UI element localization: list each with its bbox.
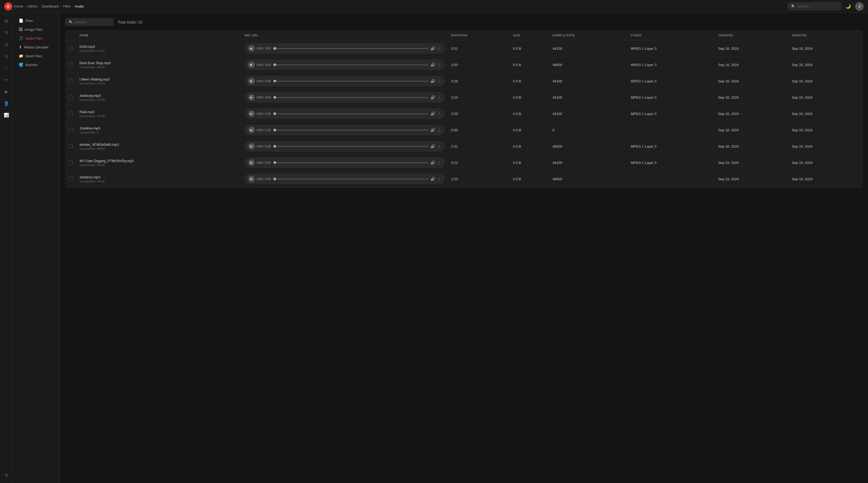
play-button-0[interactable]: ▶ [248, 45, 255, 52]
progress-bar-8[interactable] [273, 179, 428, 180]
volume-icon-4[interactable]: 🔊 [431, 111, 435, 116]
volume-icon-2[interactable]: 🔊 [431, 79, 435, 83]
breadcrumb-admin[interactable]: Admin [28, 4, 37, 8]
more-icon-8[interactable]: ⋮ [437, 177, 441, 181]
col-created: CREATED [715, 31, 789, 40]
app-logo[interactable]: G [4, 2, 12, 10]
progress-bar-4[interactable] [273, 114, 428, 114]
cell-size-0: 0.0 B [510, 40, 549, 57]
more-icon-6[interactable]: ⋮ [437, 144, 441, 149]
play-button-4[interactable]: ▶ [248, 110, 255, 117]
rail-icon-copy[interactable]: ⧉ [2, 28, 11, 37]
progress-bar-7[interactable] [273, 162, 428, 163]
content-search[interactable]: 🔍 [65, 18, 114, 26]
sidebar-item-audio-files[interactable]: 🎵 Audio Files [14, 34, 58, 42]
rail-icon-list[interactable]: ☰ [2, 40, 11, 49]
topnav-left: G Home › Admin › Dashboard › Files › Aud… [4, 2, 788, 10]
progress-dot-5 [274, 129, 276, 131]
row-checkbox-3[interactable] [69, 95, 73, 99]
audio-table: NAME SRC URL DURATION SIZE SAMPLE RATE C… [66, 31, 862, 187]
sidebar-item-seed-files-label: Seed Files [25, 54, 42, 58]
audio-player-7: ▶ 0:00 / 0:22 🔊 ⋮ [245, 157, 445, 168]
progress-bar-6[interactable] [273, 146, 428, 147]
play-button-1[interactable]: ▶ [248, 62, 255, 68]
content-search-input[interactable] [75, 20, 110, 24]
avatar[interactable]: J [855, 2, 864, 11]
audio-player-3: ▶ 0:00 / 3:24 🔊 ⋮ [245, 92, 445, 103]
cell-updated-3: Sep 16, 2024 [788, 89, 862, 106]
file-meta-2: sampleRate: 44100 [80, 82, 238, 85]
volume-icon-0[interactable]: 🔊 [431, 46, 435, 51]
more-icon-5[interactable]: ⋮ [437, 128, 441, 132]
row-checkbox-2[interactable] [69, 79, 73, 83]
sidebar-item-media-uploader[interactable]: ⬆ Media Uploader [14, 43, 58, 51]
more-icon-7[interactable]: ⋮ [437, 160, 441, 165]
cell-updated-7: Sep 19, 2024 [788, 155, 862, 171]
progress-bar-5[interactable] [273, 130, 428, 130]
cell-created-4: Sep 16, 2024 [715, 106, 789, 122]
time-display-6: 0:00 / 0:00 [257, 145, 271, 148]
cell-sample-rate-2: 44100 [549, 73, 627, 89]
volume-icon-1[interactable]: 🔊 [431, 63, 435, 67]
topnav-search-input[interactable] [797, 4, 838, 8]
breadcrumb-home[interactable]: Home [14, 4, 23, 8]
progress-bar-1[interactable] [273, 64, 428, 65]
row-checkbox-1[interactable] [69, 63, 73, 67]
rail-icon-dashboard[interactable]: ⊞ [2, 16, 11, 26]
topnav-search[interactable]: 🔍 [788, 2, 841, 10]
cell-name-7: 89 Crate Digging_P78ttTbVDy.mp3 sampleRa… [76, 155, 241, 171]
play-button-3[interactable]: ▶ [248, 94, 255, 101]
cell-name-8: 10witme.mp3 sampleRate: 48000 [76, 171, 241, 187]
cell-sample-rate-5: 0 [549, 122, 627, 138]
play-button-6[interactable]: ▶ [248, 143, 255, 150]
col-checkbox [66, 31, 76, 40]
rail-icon-play[interactable]: ▶ [2, 87, 11, 96]
rail-icon-music[interactable]: ♪ [2, 63, 11, 73]
cell-codec-5 [627, 122, 715, 138]
sidebar-item-image-files[interactable]: 🖼 Image Files [14, 25, 58, 34]
cell-codec-0: MPEG 1 Layer 3 [627, 40, 715, 57]
col-sample-rate: SAMPLE RATE [549, 31, 627, 40]
cell-duration-4: 3:39 [448, 106, 510, 122]
breadcrumb-files[interactable]: Files [63, 4, 70, 8]
play-button-7[interactable]: ▶ [248, 159, 255, 166]
play-button-2[interactable]: ▶ [248, 78, 255, 84]
rail-icon-settings[interactable]: ⚙ [2, 470, 11, 480]
rail-icon-table[interactable]: ⊟ [2, 51, 11, 61]
volume-icon-8[interactable]: 🔊 [431, 177, 435, 181]
more-icon-3[interactable]: ⋮ [437, 95, 441, 99]
more-icon-4[interactable]: ⋮ [437, 111, 441, 116]
cell-codec-6: MPEG 1 Layer 3 [627, 138, 715, 155]
theme-toggle-button[interactable]: 🌙 [844, 3, 852, 10]
play-button-8[interactable]: ▶ [248, 176, 255, 182]
table-row: 10witme.mp3 sampleRate: 0 ▶ 0:00 / 1:53 … [66, 122, 862, 138]
row-checkbox-8[interactable] [69, 177, 73, 181]
breadcrumb-dashboard[interactable]: Dashboard [42, 4, 59, 8]
volume-icon-3[interactable]: 🔊 [431, 95, 435, 99]
more-icon-1[interactable]: ⋮ [437, 63, 441, 67]
progress-bar-2[interactable] [273, 81, 428, 82]
rail-icon-chart[interactable]: 📊 [2, 110, 11, 120]
sidebar-item-buckets[interactable]: 🪣 Buckets [14, 60, 58, 69]
volume-icon-5[interactable]: 🔊 [431, 128, 435, 132]
more-icon-2[interactable]: ⋮ [437, 79, 441, 83]
progress-bar-3[interactable] [273, 97, 428, 98]
time-display-1: 0:00 / 3:50 [257, 63, 271, 66]
sidebar-item-files[interactable]: 📄 Files [14, 16, 58, 25]
cell-name-0: 5150.mp3 sampleRate: 44100 [76, 40, 241, 57]
cell-size-3: 0.0 B [510, 89, 549, 106]
row-checkbox-5[interactable] [69, 128, 73, 132]
rail-icon-users[interactable]: 👤 [2, 98, 11, 108]
volume-icon-6[interactable]: 🔊 [431, 144, 435, 149]
play-button-5[interactable]: ▶ [248, 127, 255, 133]
progress-bar-0[interactable] [273, 48, 428, 49]
row-checkbox-0[interactable] [69, 46, 73, 51]
row-checkbox-6[interactable] [69, 144, 73, 149]
sidebar-item-seed-files[interactable]: 📁 Seed Files [14, 52, 58, 60]
row-checkbox-7[interactable] [69, 160, 73, 165]
more-icon-0[interactable]: ⋮ [437, 46, 441, 51]
col-src-url: SRC URL [241, 31, 448, 40]
row-checkbox-4[interactable] [69, 111, 73, 116]
volume-icon-7[interactable]: 🔊 [431, 160, 435, 165]
rail-icon-tag[interactable]: ✏ [2, 75, 11, 85]
